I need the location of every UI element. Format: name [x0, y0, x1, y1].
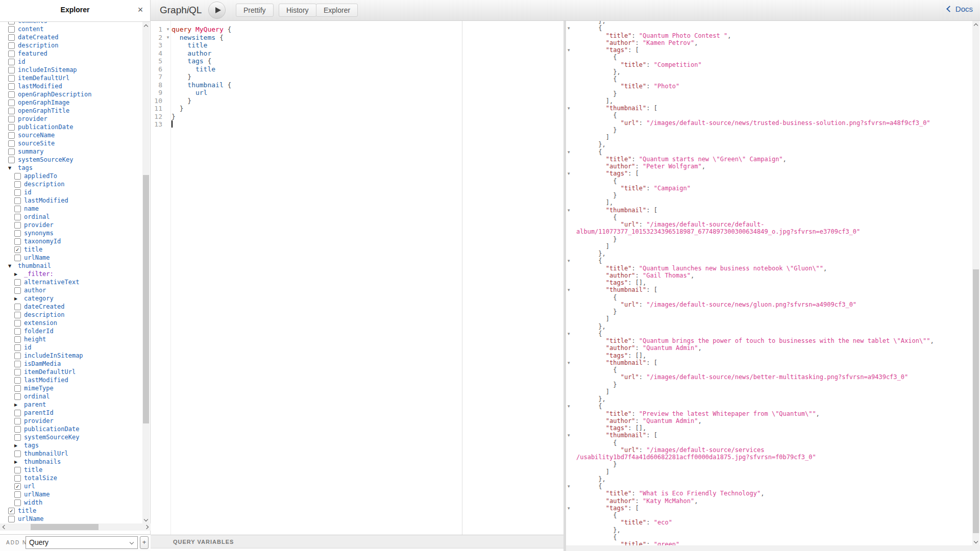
fold-toggle-icon[interactable]: ▾: [566, 359, 576, 366]
code-line[interactable]: title: [172, 41, 207, 49]
scroll-down-icon[interactable]: [142, 516, 150, 523]
explorer-field-publicationdate[interactable]: publicationDate: [0, 425, 142, 433]
code-line[interactable]: url: [172, 89, 207, 97]
expand-caret-icon[interactable]: ▶: [14, 296, 21, 301]
field-checkbox[interactable]: [14, 344, 21, 351]
field-checkbox[interactable]: [14, 450, 21, 457]
explorer-field-height[interactable]: height: [0, 335, 142, 343]
code-line[interactable]: }: [172, 97, 191, 105]
explorer-field-opengraphimage[interactable]: openGraphImage: [0, 98, 142, 107]
field-checkbox[interactable]: [14, 385, 21, 392]
explorer-field-thumbnail[interactable]: ▼thumbnail: [0, 262, 142, 270]
explorer-field-content[interactable]: content: [0, 25, 142, 33]
field-checkbox[interactable]: [14, 304, 21, 310]
field-checkbox[interactable]: [14, 312, 21, 318]
field-checkbox[interactable]: [14, 377, 21, 384]
explorer-field-isdammedia[interactable]: isDamMedia: [0, 360, 142, 368]
results-vertical-scrollbar[interactable]: [972, 21, 979, 545]
query-variables-header[interactable]: QUERY VARIABLES: [151, 535, 564, 548]
code-line[interactable]: title: [172, 65, 215, 73]
explorer-field-lastmodified[interactable]: lastModified: [0, 376, 142, 384]
explorer-field-itemdefaulturl[interactable]: itemDefaultUrl: [0, 368, 142, 376]
explorer-field-systemsourcekey[interactable]: systemSourceKey: [0, 433, 142, 441]
scrollbar-thumb[interactable]: [973, 269, 979, 533]
field-checkbox[interactable]: [8, 67, 15, 73]
explorer-field-totalsize[interactable]: totalSize: [0, 474, 142, 482]
code-line[interactable]: }: [172, 105, 183, 113]
field-checkbox[interactable]: [14, 173, 21, 180]
field-checkbox[interactable]: [14, 206, 21, 212]
query-editor-lines[interactable]: 1▾query MyQuery {2▾ newsitems {3 title4 …: [151, 21, 564, 129]
explorer-field-lastmodified[interactable]: lastModified: [0, 82, 142, 90]
field-checkbox[interactable]: [8, 59, 15, 65]
field-checkbox[interactable]: [8, 91, 15, 98]
explorer-field-description[interactable]: description: [0, 180, 142, 188]
history-button[interactable]: History: [279, 4, 316, 17]
field-checkbox[interactable]: [14, 181, 21, 188]
explorer-field-url[interactable]: ✓url: [0, 482, 142, 490]
explorer-field-description[interactable]: description: [0, 41, 142, 49]
expand-caret-icon[interactable]: ▶: [14, 403, 21, 407]
explorer-field-publicationdate[interactable]: publicationDate: [0, 123, 142, 131]
expand-caret-icon[interactable]: ▶: [14, 272, 21, 277]
field-checkbox[interactable]: [14, 369, 21, 375]
field-checkbox[interactable]: [14, 361, 21, 367]
code-line[interactable]: author: [172, 49, 211, 58]
explorer-field-urlname[interactable]: urlName: [0, 515, 142, 523]
field-checkbox[interactable]: [14, 238, 21, 245]
field-checkbox[interactable]: [14, 418, 21, 424]
explorer-field-opengraphtitle[interactable]: openGraphTitle: [0, 107, 142, 115]
explorer-field-id[interactable]: id: [0, 188, 142, 196]
code-line[interactable]: thumbnail {: [172, 81, 231, 89]
results-horizontal-scrollbar[interactable]: [566, 545, 980, 551]
field-checkbox[interactable]: [8, 116, 15, 122]
collapse-caret-icon[interactable]: ▼: [8, 166, 15, 170]
field-checkbox[interactable]: [14, 279, 21, 286]
explorer-field-featured[interactable]: featured: [0, 49, 142, 58]
field-checkbox[interactable]: [14, 320, 21, 327]
explorer-field-filter[interactable]: ▶_filter:: [0, 270, 142, 278]
explorer-field-author[interactable]: author: [0, 286, 142, 294]
scroll-down-icon[interactable]: [972, 538, 979, 545]
explorer-field-systemsourcekey[interactable]: systemSourceKey: [0, 156, 142, 164]
field-checkbox[interactable]: [14, 434, 21, 441]
fold-toggle-icon[interactable]: ▾: [566, 483, 576, 490]
collapse-caret-icon[interactable]: ▼: [8, 264, 15, 268]
scroll-left-icon[interactable]: [0, 523, 7, 531]
field-checkbox[interactable]: [14, 214, 21, 220]
explorer-field-name[interactable]: name: [0, 205, 142, 213]
field-checkbox[interactable]: [8, 516, 15, 522]
field-checkbox[interactable]: [14, 328, 21, 335]
code-line[interactable]: tags {: [172, 57, 211, 65]
docs-button[interactable]: Docs: [947, 5, 973, 13]
field-checkbox[interactable]: [14, 222, 21, 229]
explorer-field-urlname[interactable]: urlName: [0, 490, 142, 498]
explorer-field-title[interactable]: title: [0, 466, 142, 474]
scrollbar-thumb[interactable]: [31, 524, 99, 530]
field-checkbox[interactable]: [14, 255, 21, 261]
explorer-field-tags[interactable]: ▶tags: [0, 441, 142, 449]
field-checkbox[interactable]: [8, 124, 15, 131]
add-new-type-select[interactable]: Query: [26, 536, 138, 549]
field-checkbox[interactable]: [14, 410, 21, 416]
explorer-field-provider[interactable]: provider: [0, 221, 142, 229]
field-checkbox[interactable]: [14, 197, 21, 204]
explorer-field-provider[interactable]: provider: [0, 417, 142, 425]
field-checkbox[interactable]: [14, 336, 21, 343]
field-checkbox[interactable]: [8, 22, 15, 24]
explorer-field-urlname[interactable]: urlName: [0, 254, 142, 262]
explorer-field-synonyms[interactable]: synonyms: [0, 229, 142, 237]
field-checkbox[interactable]: ✓: [8, 508, 15, 514]
field-checkbox[interactable]: [8, 132, 15, 139]
explorer-field-thumbnails[interactable]: ▶thumbnails: [0, 458, 142, 466]
field-checkbox[interactable]: [14, 230, 21, 237]
explorer-field-lastmodified[interactable]: lastModified: [0, 196, 142, 205]
fold-toggle-icon[interactable]: ▾: [566, 286, 576, 293]
explorer-field-provider[interactable]: provider: [0, 115, 142, 123]
fold-toggle-icon[interactable]: ▾: [566, 257, 576, 264]
explorer-field-appliedto[interactable]: appliedTo: [0, 172, 142, 180]
field-checkbox[interactable]: [8, 26, 15, 33]
code-line[interactable]: }: [172, 73, 191, 81]
explorer-field-opengraphdescription[interactable]: openGraphDescription: [0, 90, 142, 98]
expand-caret-icon[interactable]: ▶: [14, 460, 21, 464]
